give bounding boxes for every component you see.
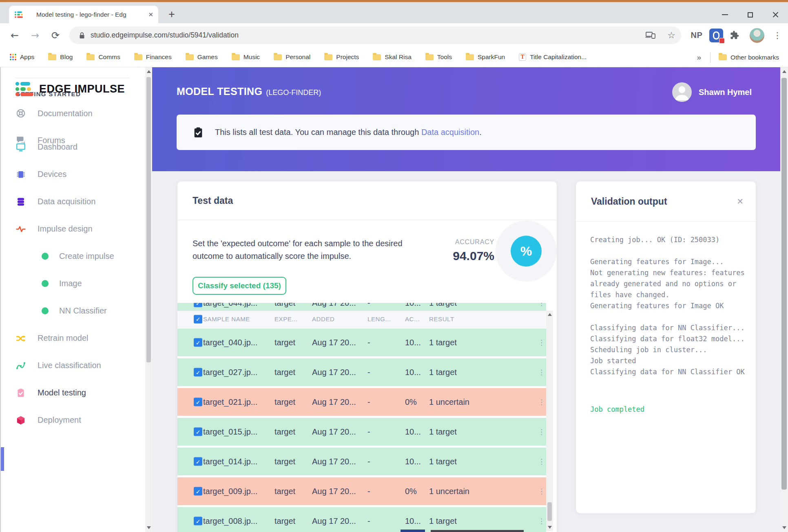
scrollbar-thumb[interactable]	[146, 77, 151, 362]
added-date: Aug 17 20...	[312, 507, 356, 532]
table-row[interactable]: ✓ target_040.jp... target Aug 17 20... -…	[177, 329, 546, 356]
other-bookmarks-button[interactable]: Other bookmarks	[719, 54, 779, 61]
edge-impulse-logo[interactable]: EDGE IMPULSE	[15, 82, 125, 96]
row-checkbox[interactable]: ✓	[194, 338, 202, 347]
row-checkbox[interactable]: ✓	[194, 487, 202, 496]
classify-selected-button[interactable]: Classify selected (135)	[193, 277, 286, 295]
bookmark-star-icon[interactable]: ☆	[667, 30, 675, 40]
tab-close-icon[interactable]: ✕	[148, 11, 153, 18]
sidebar-item-nn-classifier[interactable]: NN Classifier	[1, 297, 145, 324]
bookmark-folder[interactable]: Tools	[425, 53, 452, 61]
bookmark-folder[interactable]: Finances	[134, 53, 172, 61]
column-header[interactable]: SAMPLE NAME	[203, 311, 250, 327]
user-avatar[interactable]	[672, 82, 692, 102]
row-checkbox[interactable]: ✓	[194, 457, 202, 466]
browser-menu-icon[interactable]: ⋮	[768, 23, 786, 47]
scroll-up-icon[interactable]	[147, 70, 151, 73]
row-menu-icon[interactable]: ⋮	[538, 303, 545, 311]
page-scrollbar[interactable]	[780, 67, 788, 532]
table-row[interactable]: ✓ target_027.jp... target Aug 17 20... -…	[177, 358, 546, 386]
notion-extension-icon[interactable]: NP	[688, 23, 706, 47]
bookmark-folder[interactable]: Projects	[324, 53, 359, 61]
close-icon[interactable]: ✕	[737, 196, 744, 206]
browser-profile-avatar[interactable]	[750, 28, 764, 43]
scrollbar-thumb[interactable]	[547, 502, 552, 521]
bookmark-apps[interactable]: Apps	[10, 53, 34, 61]
sidebar-item-impulse-design[interactable]: Impulse design	[1, 215, 145, 243]
bookmark-folder[interactable]: SparkFun	[466, 53, 505, 61]
row-menu-icon[interactable]: ⋮	[538, 358, 545, 386]
card-title: Validation output	[591, 196, 667, 207]
password-extension-icon[interactable]	[709, 29, 723, 42]
select-all-checkbox[interactable]: ✓	[194, 315, 202, 323]
scroll-down-icon[interactable]	[782, 526, 786, 529]
sidebar-item-create-impulse[interactable]: Create impulse	[1, 243, 145, 270]
send-to-devices-icon[interactable]	[645, 30, 656, 40]
bookmark-folder[interactable]: Personal	[274, 53, 310, 61]
bookmarks-overflow-icon[interactable]: »	[697, 53, 702, 62]
extensions-puzzle-icon[interactable]	[729, 30, 739, 40]
row-checkbox[interactable]: ✓	[194, 428, 202, 436]
table-row[interactable]: ✓ target_015.jp... target Aug 17 20... -…	[177, 418, 546, 446]
added-date: Aug 17 20...	[312, 358, 356, 386]
sidebar-item-documentation[interactable]: Documentation	[1, 100, 145, 127]
reload-button[interactable]: ⟳	[46, 23, 64, 47]
bookmark-folder[interactable]: Skal Risa	[373, 53, 411, 61]
address-bar[interactable]: studio.edgeimpulse.com/studio/5941/valid…	[69, 26, 681, 44]
bookmark-folder[interactable]: Blog	[48, 53, 73, 61]
window-minimize-button[interactable]	[712, 4, 737, 25]
column-header[interactable]: ADDED	[312, 311, 335, 327]
sidebar-item-image[interactable]: Image	[1, 270, 145, 297]
column-header[interactable]: AC...	[405, 311, 420, 327]
sidebar-item-model-testing[interactable]: Model testing	[1, 379, 145, 406]
table-row[interactable]: ✓ target_021.jp... target Aug 17 20... -…	[177, 388, 546, 416]
bookmark-folder[interactable]: Games	[186, 53, 218, 61]
table-row[interactable]: ✓ target_009.jp... target Aug 17 20... -…	[177, 477, 546, 505]
scroll-down-icon[interactable]	[147, 526, 151, 529]
window-maximize-button[interactable]	[737, 4, 763, 25]
data-acquisition-link[interactable]: Data acquisition	[421, 128, 479, 137]
bookmark-title-capitalization[interactable]: TTitle Capitalization...	[519, 53, 587, 61]
bookmark-folder[interactable]: Music	[232, 53, 260, 61]
validation-output-card: Validation output ✕ Creating job... OK (…	[576, 181, 756, 513]
scroll-down-icon[interactable]	[548, 526, 552, 529]
browser-tab[interactable]: Model testing - lego-finder - Edg ✕	[9, 6, 158, 23]
row-menu-icon[interactable]: ⋮	[538, 329, 545, 356]
forward-button[interactable]: →	[26, 23, 44, 47]
url-text[interactable]: studio.edgeimpulse.com/studio/5941/valid…	[91, 31, 239, 40]
column-header[interactable]: RESULT	[429, 311, 454, 327]
row-menu-icon[interactable]: ⋮	[538, 388, 545, 416]
scroll-up-icon[interactable]	[782, 70, 786, 73]
row-menu-icon[interactable]: ⋮	[538, 477, 545, 505]
row-checkbox[interactable]: ✓	[194, 303, 202, 307]
sidebar-item-deployment[interactable]: Deployment	[1, 406, 145, 434]
scrollbar-thumb[interactable]	[781, 78, 787, 490]
row-checkbox[interactable]: ✓	[194, 398, 202, 406]
sidebar-item-devices[interactable]: Devices	[1, 161, 145, 188]
row-menu-icon[interactable]: ⋮	[538, 507, 545, 532]
table-row[interactable]: ✓ target_044.jp... target Aug 17 20... -…	[177, 303, 546, 311]
column-header[interactable]: EXPE...	[274, 311, 298, 327]
window-close-button[interactable]	[763, 4, 788, 25]
table-row[interactable]: ✓ target_008.jp... target Aug 17 20... -…	[177, 507, 546, 532]
sidebar-item-dashboard[interactable]: Dashboard	[1, 133, 145, 161]
new-tab-button[interactable]: +	[165, 8, 179, 22]
row-menu-icon[interactable]: ⋮	[538, 418, 545, 446]
table-scrollbar[interactable]	[546, 311, 553, 531]
bookmark-folder[interactable]: Comms	[86, 53, 120, 61]
sidebar-item-data-acquisition[interactable]: Data acquisition	[1, 188, 145, 215]
sidebar-item-retrain-model[interactable]: Retrain model	[1, 324, 145, 352]
column-header[interactable]: LENG...	[367, 311, 391, 327]
accuracy-cell: 10...	[405, 507, 421, 532]
folder-icon	[466, 54, 474, 60]
sidebar-item-live-classification[interactable]: Live classification	[1, 352, 145, 379]
scroll-up-icon[interactable]	[548, 313, 552, 316]
accuracy-cell: 10...	[405, 358, 421, 386]
row-checkbox[interactable]: ✓	[194, 517, 202, 525]
sidebar-scrollbar[interactable]	[145, 67, 152, 532]
row-menu-icon[interactable]: ⋮	[538, 448, 545, 475]
user-menu[interactable]: Shawn Hymel	[672, 82, 752, 102]
row-checkbox[interactable]: ✓	[194, 368, 202, 377]
table-row[interactable]: ✓ target_014.jp... target Aug 17 20... -…	[177, 448, 546, 475]
back-button[interactable]: ←	[6, 23, 24, 47]
